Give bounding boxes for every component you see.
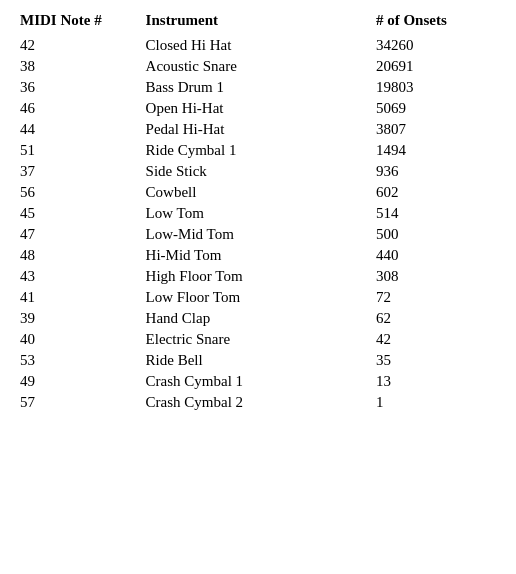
cell-onsets: 1 [368,392,504,413]
table-row: 40Electric Snare42 [12,329,504,350]
table-row: 44Pedal Hi-Hat3807 [12,119,504,140]
cell-instrument: Bass Drum 1 [138,77,368,98]
cell-onsets: 602 [368,182,504,203]
cell-midi: 56 [12,182,138,203]
table-row: 46Open Hi-Hat5069 [12,98,504,119]
cell-midi: 37 [12,161,138,182]
cell-onsets: 1494 [368,140,504,161]
table-row: 41Low Floor Tom72 [12,287,504,308]
cell-midi: 42 [12,35,138,56]
cell-midi: 53 [12,350,138,371]
cell-instrument: Side Stick [138,161,368,182]
cell-midi: 48 [12,245,138,266]
cell-instrument: Electric Snare [138,329,368,350]
cell-onsets: 20691 [368,56,504,77]
cell-onsets: 42 [368,329,504,350]
table-row: 53Ride Bell35 [12,350,504,371]
header-instrument: Instrument [138,10,368,35]
cell-onsets: 440 [368,245,504,266]
cell-onsets: 936 [368,161,504,182]
cell-onsets: 514 [368,203,504,224]
table-row: 57Crash Cymbal 21 [12,392,504,413]
cell-instrument: Cowbell [138,182,368,203]
cell-midi: 44 [12,119,138,140]
cell-onsets: 34260 [368,35,504,56]
table-row: 42Closed Hi Hat34260 [12,35,504,56]
table-row: 51Ride Cymbal 11494 [12,140,504,161]
table-header-row: MIDI Note # Instrument # of Onsets [12,10,504,35]
cell-instrument: Ride Cymbal 1 [138,140,368,161]
cell-onsets: 5069 [368,98,504,119]
cell-onsets: 308 [368,266,504,287]
cell-onsets: 62 [368,308,504,329]
midi-table: MIDI Note # Instrument # of Onsets 42Clo… [12,10,504,413]
cell-instrument: Open Hi-Hat [138,98,368,119]
cell-instrument: Pedal Hi-Hat [138,119,368,140]
cell-midi: 43 [12,266,138,287]
cell-midi: 51 [12,140,138,161]
cell-onsets: 13 [368,371,504,392]
header-onsets: # of Onsets [368,10,504,35]
cell-instrument: Crash Cymbal 1 [138,371,368,392]
cell-midi: 47 [12,224,138,245]
cell-midi: 49 [12,371,138,392]
cell-midi: 41 [12,287,138,308]
cell-instrument: Hi-Mid Tom [138,245,368,266]
cell-midi: 57 [12,392,138,413]
cell-midi: 45 [12,203,138,224]
cell-instrument: Low-Mid Tom [138,224,368,245]
table-row: 36Bass Drum 119803 [12,77,504,98]
cell-midi: 46 [12,98,138,119]
table-row: 45Low Tom514 [12,203,504,224]
table-row: 47Low-Mid Tom500 [12,224,504,245]
cell-instrument: Crash Cymbal 2 [138,392,368,413]
table-row: 37Side Stick936 [12,161,504,182]
cell-onsets: 72 [368,287,504,308]
cell-instrument: Acoustic Snare [138,56,368,77]
cell-instrument: Low Tom [138,203,368,224]
cell-onsets: 19803 [368,77,504,98]
cell-onsets: 35 [368,350,504,371]
cell-instrument: Low Floor Tom [138,287,368,308]
table-row: 49Crash Cymbal 113 [12,371,504,392]
cell-midi: 40 [12,329,138,350]
cell-midi: 36 [12,77,138,98]
table-row: 56Cowbell602 [12,182,504,203]
cell-midi: 38 [12,56,138,77]
cell-onsets: 3807 [368,119,504,140]
table-row: 39Hand Clap62 [12,308,504,329]
cell-instrument: Closed Hi Hat [138,35,368,56]
cell-onsets: 500 [368,224,504,245]
header-midi: MIDI Note # [12,10,138,35]
cell-midi: 39 [12,308,138,329]
cell-instrument: Hand Clap [138,308,368,329]
table-row: 43High Floor Tom308 [12,266,504,287]
cell-instrument: High Floor Tom [138,266,368,287]
table-row: 38Acoustic Snare20691 [12,56,504,77]
table-row: 48Hi-Mid Tom440 [12,245,504,266]
cell-instrument: Ride Bell [138,350,368,371]
